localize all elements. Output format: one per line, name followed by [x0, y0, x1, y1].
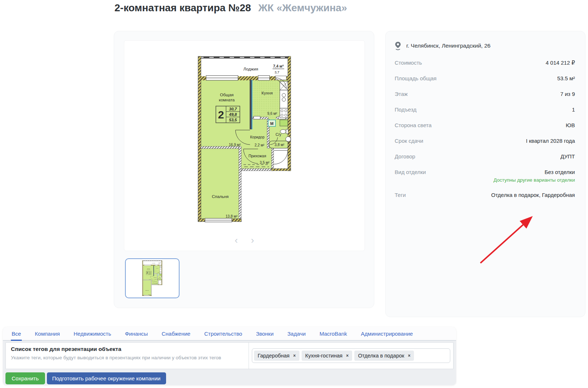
detail-value: 7 из 9 [560, 91, 575, 97]
tag-setting-control: Гардеробная×Кухня-гостиная×Отделка в под… [249, 343, 453, 369]
detail-row: Вид отделкиБез отделкиДоступны другие ва… [395, 169, 575, 183]
detail-value: 1 [572, 106, 575, 113]
tag-chip[interactable]: Кухня-гостиная× [302, 351, 353, 361]
detail-row: Срок сдачиI квартал 2028 года [395, 138, 575, 144]
next-photo-button[interactable]: › [251, 236, 254, 244]
detail-value: ЮВ [566, 122, 575, 128]
actions-bar: Сохранить Подготовить рабочее окружение … [5, 372, 456, 384]
tag-chip-label: Гардеробная [258, 353, 290, 359]
bathroom-area: 3,8 м² [275, 143, 285, 147]
tab-2[interactable]: Недвижимость [73, 327, 112, 341]
detail-label: Договор [395, 153, 415, 159]
tag-chip[interactable]: Гардеробная× [254, 351, 299, 361]
save-button[interactable]: Сохранить [5, 372, 45, 384]
setting-description: Укажите теги, которые будут выводиться в… [11, 355, 243, 360]
floorplan-drawing: Лоджия 7,4 м² 3,7 Общая комната 2 30,7 4… [197, 55, 292, 226]
detail-value: I квартал 2028 года [526, 138, 575, 144]
remove-tag-icon[interactable]: × [346, 353, 349, 358]
area-total: 53,5 [229, 118, 237, 122]
tab-bar: ВсеКомпанияНедвижимостьФинансыСнабжениеС… [3, 327, 456, 341]
loggia-label: Лоджия [243, 67, 258, 71]
detail-value-wrap: 1 [572, 106, 575, 113]
bedroom-area: 13,8 м² [226, 214, 238, 218]
tag-setting-row: Список тегов для презентации объекта Ука… [5, 342, 454, 369]
detail-value: 4 014 212 ₽ [546, 60, 575, 66]
details-card: г. Челябинск, Ленинградский, 26 Стоимост… [385, 31, 585, 317]
detail-value-wrap: ДУПТ [560, 153, 575, 160]
detail-label: Площадь общая [395, 75, 436, 81]
tab-5[interactable]: Строительство [204, 327, 243, 341]
tab-1[interactable]: Компания [34, 327, 61, 341]
gallery-nav: ‹ › [124, 236, 365, 244]
living-label-1: Общая [220, 93, 234, 97]
tab-8[interactable]: MacroBank [319, 327, 348, 341]
tab-7[interactable]: Задачи [287, 327, 306, 341]
detail-value: 53.5 м² [557, 75, 575, 81]
detail-value: ДУПТ [560, 153, 575, 159]
tab-9[interactable]: Администрирование [360, 327, 414, 341]
washer-label: М [270, 121, 273, 126]
page: 2-комнатная квартира №28ЖК «Жемчужина» [0, 0, 588, 388]
detail-value-wrap: 7 из 9 [560, 91, 575, 97]
detail-label: Вид отделки [395, 169, 426, 175]
page-title: 2-комнатная квартира №28ЖК «Жемчужина» [114, 2, 347, 14]
apartment-title: 2-комнатная квартира №28 [114, 2, 251, 13]
tab-6[interactable]: Звонки [255, 327, 274, 341]
detail-row: Площадь общая53.5 м² [395, 75, 575, 82]
complex-title: ЖК «Жемчужина» [258, 2, 347, 13]
remove-tag-icon[interactable]: × [293, 353, 296, 358]
detail-rows: Стоимость4 014 212 ₽Площадь общая53.5 м²… [395, 60, 575, 198]
tag-chip[interactable]: Отделка в подарок× [354, 351, 414, 361]
detail-value-wrap: Без отделкиДоступны другие варианты отде… [494, 169, 575, 183]
detail-value: Без отделки [544, 169, 575, 175]
address-row: г. Челябинск, Ленинградский, 26 [395, 41, 575, 50]
tab-4[interactable]: Снабжение [161, 327, 191, 341]
detail-label: Этаж [395, 91, 408, 97]
tag-setting-description: Список тегов для презентации объекта Ука… [6, 343, 249, 369]
kitchen-area: 9,6 м² [267, 112, 278, 116]
detail-value-wrap: Отделка в подарок, Гардеробная [491, 192, 575, 198]
prev-photo-button[interactable]: ‹ [235, 236, 238, 244]
hall-label: Прихожая [249, 154, 266, 158]
loggia-area-2: 3,7 [274, 70, 279, 74]
rooms-count: 2 [218, 109, 224, 121]
detail-value-wrap: 4 014 212 ₽ [546, 60, 575, 66]
living-label-2: комната [219, 98, 235, 102]
gallery-card: Лоджия 7,4 м² 3,7 Общая комната 2 30,7 4… [114, 31, 374, 308]
detail-label: Срок сдачи [395, 138, 423, 144]
detail-row: Подъезд1 [395, 106, 575, 113]
setting-title: Список тегов для презентации объекта [11, 346, 243, 352]
settings-panel: ВсеКомпанияНедвижимостьФинансыСнабжениеС… [3, 327, 456, 385]
floorplan-image: Лоджия 7,4 м² 3,7 Общая комната 2 30,7 4… [124, 40, 365, 251]
tag-chip-label: Отделка в подарок [358, 353, 404, 359]
detail-value-wrap: 53.5 м² [557, 75, 575, 82]
corridor-label: Коридор [250, 135, 265, 139]
detail-value-wrap: I квартал 2028 года [526, 138, 575, 144]
area-living: 30,7 [229, 107, 237, 111]
tag-chip-label: Кухня-гостиная [305, 353, 343, 359]
loggia-area: 7,4 м² [273, 64, 284, 68]
other-finish-options-link[interactable]: Доступны другие варианты отделки [494, 177, 575, 183]
remove-tag-icon[interactable]: × [408, 353, 410, 358]
location-pin-icon [395, 41, 401, 50]
detail-label: Сторона света [395, 122, 432, 128]
detail-row: ДоговорДУПТ [395, 153, 575, 160]
bedroom-label: Спальня [212, 194, 229, 199]
living-area: 16,9 м² [229, 143, 241, 147]
detail-row: ТегиОтделка в подарок, Гардеробная [395, 192, 575, 198]
tab-0[interactable]: Все [11, 327, 22, 341]
detail-label: Подъезд [395, 106, 416, 113]
tags-input[interactable]: Гардеробная×Кухня-гостиная×Отделка в под… [252, 348, 450, 363]
detail-value-wrap: ЮВ [566, 122, 575, 129]
bathroom-label: С/у [275, 132, 282, 137]
detail-row: Сторона светаЮВ [395, 122, 575, 129]
detail-value: Отделка в подарок, Гардеробная [491, 192, 575, 198]
thumbnail-selected[interactable] [125, 258, 180, 298]
corridor-area: 2,2 м² [255, 143, 265, 147]
prepare-environment-button[interactable]: Подготовить рабочее окружение компании [47, 372, 166, 384]
kitchen-label: Кухня [262, 91, 273, 95]
area-usable: 49,8 [229, 112, 237, 117]
hall-area: 3,5 м² [260, 161, 270, 165]
detail-label: Стоимость [395, 60, 422, 66]
tab-3[interactable]: Финансы [124, 327, 149, 341]
